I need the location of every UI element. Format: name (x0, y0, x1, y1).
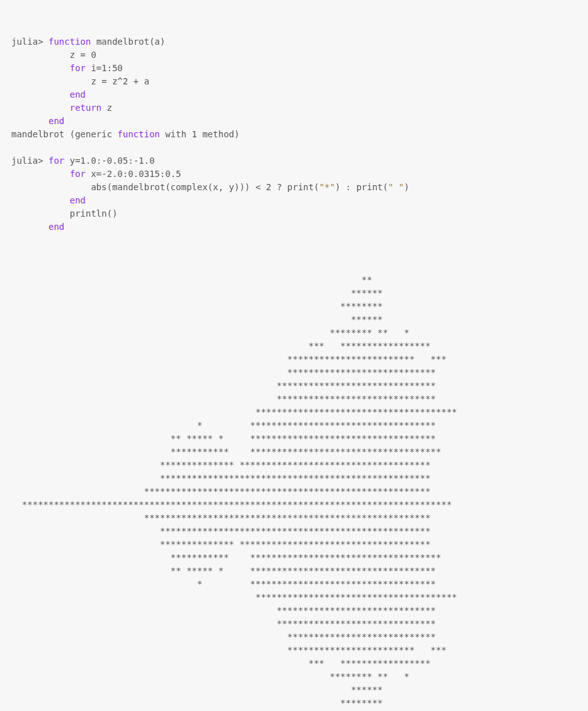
def-output-a: mandelbrot (generic (11, 129, 118, 139)
mandelbrot-output: ** ****** ******** (11, 235, 457, 711)
fn-sig: mandelbrot(a) (91, 37, 165, 47)
abs-call-c: ) (404, 182, 409, 192)
code-line: println() (11, 208, 118, 219)
code-block: julia> function mandelbrot(a) z = 0 for … (11, 35, 577, 711)
keyword-function: function (118, 129, 160, 139)
for-range: x=-2.0:0.0315:0.5 (86, 169, 181, 179)
keyword-end: end (70, 195, 86, 205)
for-range: y=1.0:-0.05:-1.0 (64, 156, 154, 166)
repl-prompt: julia> (11, 37, 43, 47)
abs-call-b: ) : print( (335, 182, 388, 192)
keyword-end: end (48, 116, 64, 126)
keyword-end: end (70, 89, 86, 100)
abs-call-a: abs(mandelbrot(complex(x, y))) < 2 ? pri… (11, 182, 319, 192)
keyword-for: for (70, 169, 86, 179)
keyword-for: for (70, 63, 86, 73)
keyword-function: function (48, 37, 91, 47)
string-literal: " " (388, 182, 404, 192)
keyword-for: for (48, 156, 64, 166)
keyword-return: return (70, 103, 102, 113)
keyword-end: end (48, 222, 64, 232)
repl-prompt: julia> (11, 156, 43, 166)
code-line: z = z^2 + a (11, 76, 149, 86)
code-line: z = 0 (11, 50, 96, 60)
def-output-b: with 1 method) (160, 129, 239, 139)
return-expr: z (101, 103, 112, 113)
string-literal: "*" (319, 182, 335, 192)
for-range: i=1:50 (86, 63, 123, 73)
